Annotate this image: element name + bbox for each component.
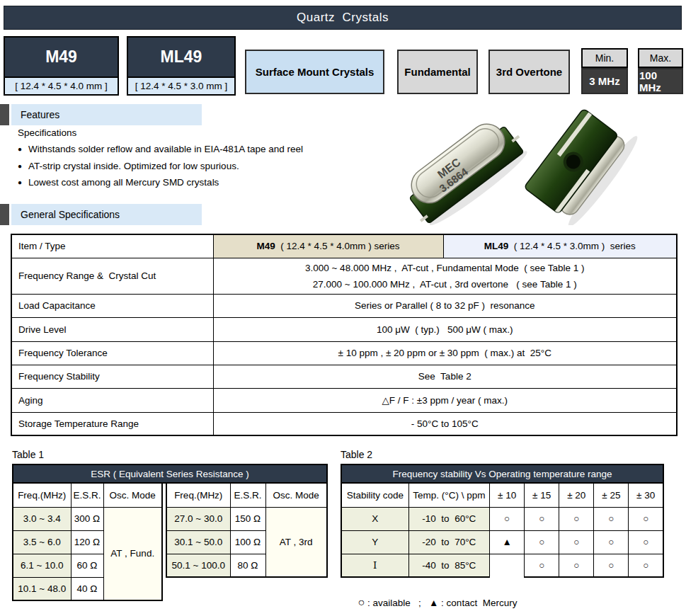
col-header: Temp. (°C) \ ppm bbox=[408, 483, 490, 507]
bullet-text: AT-strip crystal inside. Optimized for l… bbox=[28, 161, 239, 171]
freq-range: 6.1 ~ 10.0 bbox=[13, 554, 71, 577]
feature-bullet: ●Lowest cost among all Mercury SMD cryst… bbox=[18, 177, 219, 188]
freq-range-line1: 3.000 ~ 48.000 MHz , AT-cut , Fundamenta… bbox=[214, 263, 677, 273]
col-header: ± 10 bbox=[490, 483, 525, 507]
triangle-icon: ▲ bbox=[429, 598, 438, 608]
general-specs-table: Item / Type M49 ( 12.4 * 4.5 * 4.0mm ) s… bbox=[11, 234, 678, 436]
product-box-ml49: ML49 [ 12.4 * 4.5 * 3.0 mm ] bbox=[127, 36, 236, 96]
feature-bullet: ●AT-strip crystal inside. Optimized for … bbox=[18, 161, 239, 171]
availability-mark: ○ bbox=[629, 507, 663, 530]
col-header: Osc. Mode bbox=[103, 483, 162, 507]
page-title: Quartz Crystals bbox=[4, 6, 682, 30]
table-row: Y -20 to 70°C ▲ ○ ○ ○ ○ bbox=[341, 530, 663, 554]
availability-mark bbox=[490, 554, 525, 577]
spec-value: 100 μW ( typ.) 500 μW ( max.) bbox=[213, 317, 677, 341]
spec-value: △F / F : ±3 ppm / year ( max.) bbox=[213, 388, 677, 412]
esr-value: 60 Ω bbox=[71, 554, 103, 577]
legend-text: : available ; bbox=[365, 598, 429, 608]
tag-3rd-overtone: 3rd Overtone bbox=[488, 50, 570, 94]
legend-text: : contact Mercury bbox=[438, 598, 517, 608]
esr-value: 80 Ω bbox=[230, 554, 265, 577]
table-row: X -10 to 60°C ○ ○ ○ ○ ○ bbox=[341, 507, 663, 530]
general-specs-heading: General Specifications bbox=[11, 204, 202, 225]
table-row: 3.0 ~ 3.4 300 Ω AT , Fund. bbox=[13, 507, 162, 530]
table-row: Freq.(MHz) E.S.R. Osc. Mode bbox=[166, 483, 327, 507]
product-photo: MEC 3.6864 bbox=[398, 108, 646, 225]
table-row: Frequency Stability See Table 2 bbox=[11, 365, 677, 388]
freq-range-line2: 27.000 ~ 100.000 MHz , AT-cut , 3rd over… bbox=[214, 279, 677, 290]
legend: ○ : available ; ▲ : contact Mercury bbox=[342, 586, 664, 616]
feature-bullet: ●Withstands solder reflow and available … bbox=[18, 144, 303, 154]
spec-label: Storage Temperature Range bbox=[11, 412, 213, 435]
circle-icon: ○ bbox=[358, 596, 365, 608]
table-row: 27.0 ~ 30.0 150 Ω AT , 3rd bbox=[166, 507, 327, 530]
col-header: Osc. Mode bbox=[265, 483, 327, 507]
stability-table: Stability code Temp. (°C) \ ppm ± 10 ± 1… bbox=[341, 482, 664, 578]
stability-code: I bbox=[341, 554, 408, 577]
features-heading: Features bbox=[11, 104, 202, 125]
table2-title: Table 2 bbox=[341, 449, 664, 460]
stability-code: Y bbox=[341, 530, 408, 554]
product-name: M49 bbox=[5, 38, 118, 76]
spec-value: 3.000 ~ 48.000 MHz , AT-cut , Fundamenta… bbox=[213, 258, 677, 294]
table-row: Frequency Tolerance ± 10 ppm , ± 20 ppm … bbox=[11, 341, 677, 365]
freq-range: 30.1 ~ 50.0 bbox=[166, 530, 230, 554]
table1-header: ESR ( Equivalent Series Resistance ) bbox=[12, 464, 328, 484]
spec-label: Frequency Tolerance bbox=[11, 341, 213, 365]
series-desc: ( 12.4 * 4.5 * 3.0mm ) series bbox=[508, 241, 635, 251]
table-row: Freq.(MHz) E.S.R. Osc. Mode bbox=[13, 483, 162, 507]
bullet-icon: ● bbox=[18, 178, 22, 186]
availability-mark: ○ bbox=[559, 507, 594, 530]
spec-label: Frequency Range & Crystal Cut bbox=[11, 258, 213, 294]
esr-table-overtone: Freq.(MHz) E.S.R. Osc. Mode 27.0 ~ 30.0 … bbox=[166, 482, 328, 578]
col-header: ± 15 bbox=[525, 483, 559, 507]
table-row: Aging △F / F : ±3 ppm / year ( max.) bbox=[11, 388, 677, 412]
esr-value: 120 Ω bbox=[71, 530, 103, 554]
table1-title: Table 1 bbox=[12, 449, 328, 460]
max-label: Max. bbox=[638, 48, 683, 68]
series-name: ML49 bbox=[484, 241, 509, 251]
table-row: Drive Level 100 μW ( typ.) 500 μW ( max.… bbox=[11, 317, 677, 341]
section-tab bbox=[0, 104, 9, 125]
bullet-text: Lowest cost among all Mercury SMD crysta… bbox=[28, 177, 219, 188]
col-header: ± 20 bbox=[559, 483, 594, 507]
availability-mark: ○ bbox=[594, 507, 629, 530]
freq-range: 27.0 ~ 30.0 bbox=[166, 507, 230, 530]
esr-value: 100 Ω bbox=[230, 530, 265, 554]
freq-range: 3.0 ~ 3.4 bbox=[13, 507, 71, 530]
esr-value: 40 Ω bbox=[71, 577, 103, 600]
availability-mark: ○ bbox=[629, 530, 663, 554]
table2-header: Frequency stability Vs Operating tempera… bbox=[341, 464, 664, 484]
availability-mark: ○ bbox=[594, 554, 629, 577]
esr-table-fundamental: Freq.(MHz) E.S.R. Osc. Mode 3.0 ~ 3.4 30… bbox=[12, 482, 163, 601]
availability-mark: ○ bbox=[559, 530, 594, 554]
availability-mark: ○ bbox=[559, 554, 594, 577]
availability-mark: ○ bbox=[525, 530, 559, 554]
availability-mark: ○ bbox=[525, 507, 559, 530]
min-value: 3 MHz bbox=[581, 68, 628, 94]
series-desc: ( 12.4 * 4.5 * 4.0mm ) series bbox=[275, 241, 400, 251]
product-box-m49: M49 [ 12.4 * 4.5 * 4.0 mm ] bbox=[4, 36, 119, 96]
col-header: E.S.R. bbox=[230, 483, 265, 507]
section-tab bbox=[0, 204, 9, 225]
crystal-top-view: MEC 3.6864 bbox=[398, 110, 534, 225]
bullet-icon: ● bbox=[18, 162, 22, 170]
bullet-text: Withstands solder reflow and available i… bbox=[28, 144, 303, 154]
table-row: Storage Temperature Range - 50°C to 105°… bbox=[11, 412, 677, 435]
m49-series-header: M49 ( 12.4 * 4.5 * 4.0mm ) series bbox=[213, 234, 443, 258]
col-header: E.S.R. bbox=[71, 483, 103, 507]
spec-label: Frequency Stability bbox=[11, 365, 213, 388]
spec-value: - 50°C to 105°C bbox=[213, 412, 677, 435]
availability-mark: ○ bbox=[525, 554, 559, 577]
freq-range: 50.1 ~ 100.0 bbox=[166, 554, 230, 577]
availability-mark: ▲ bbox=[490, 530, 525, 554]
table2-section: Table 2 Frequency stability Vs Operating… bbox=[341, 449, 664, 616]
availability-mark: ○ bbox=[594, 530, 629, 554]
spec-label: Drive Level bbox=[11, 317, 213, 341]
freq-range: 10.1 ~ 48.0 bbox=[13, 577, 71, 600]
temp-range: -40 to 85°C bbox=[408, 554, 490, 577]
temp-range: -10 to 60°C bbox=[408, 507, 490, 530]
min-label: Min. bbox=[581, 48, 628, 68]
stability-code: X bbox=[341, 507, 408, 530]
availability-mark: ○ bbox=[490, 507, 525, 530]
